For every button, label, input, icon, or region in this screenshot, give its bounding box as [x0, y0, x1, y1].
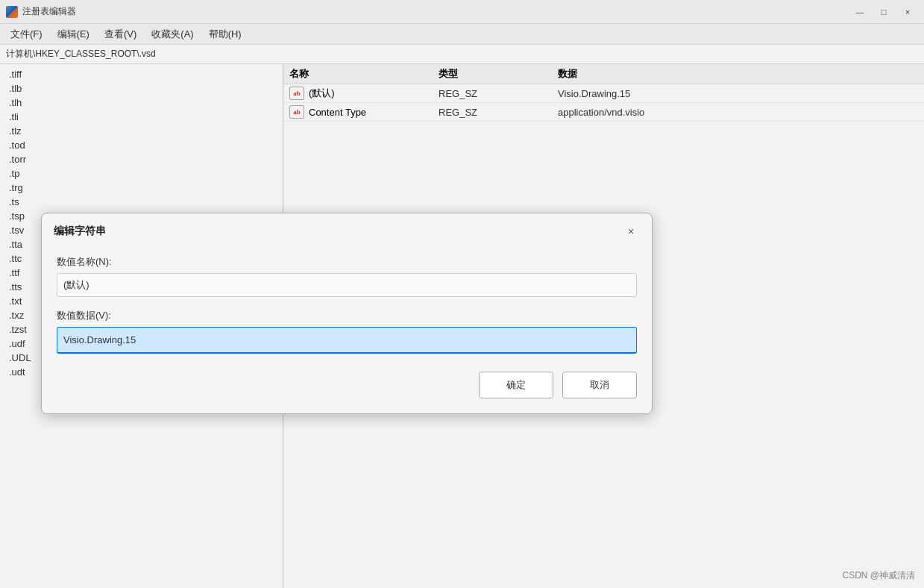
edit-string-dialog: 编辑字符串 × 数值名称(N): 数值数据(V): 确定 取消	[41, 213, 653, 414]
dialog-overlay: 编辑字符串 × 数值名称(N): 数值数据(V): 确定 取消	[0, 0, 924, 588]
dialog-titlebar: 编辑字符串 ×	[42, 213, 652, 248]
name-label: 数值名称(N):	[57, 255, 637, 269]
name-input[interactable]	[57, 273, 637, 297]
dialog-buttons: 确定 取消	[57, 372, 637, 398]
dialog-title: 编辑字符串	[54, 225, 106, 238]
cancel-button[interactable]: 取消	[562, 372, 637, 398]
dialog-body: 数值名称(N): 数值数据(V): 确定 取消	[42, 248, 652, 413]
data-input[interactable]	[57, 327, 637, 354]
dialog-close-button[interactable]: ×	[622, 222, 640, 240]
ok-button[interactable]: 确定	[479, 372, 553, 398]
data-label: 数值数据(V):	[57, 309, 637, 322]
